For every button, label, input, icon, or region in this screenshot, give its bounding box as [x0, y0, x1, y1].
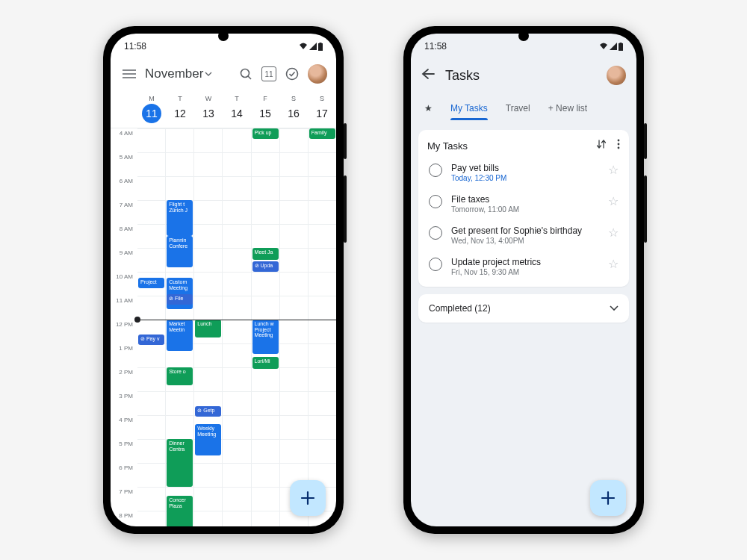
day-number: 16 — [284, 104, 303, 123]
calendar-event[interactable]: Meet Ja — [252, 248, 279, 260]
now-indicator — [137, 320, 336, 320]
star-icon[interactable]: ☆ — [608, 194, 619, 208]
task-title: File taxes — [451, 194, 599, 205]
day-column[interactable]: T12 — [166, 92, 194, 128]
star-icon[interactable]: ☆ — [608, 163, 619, 177]
calendar-event[interactable]: Store o — [167, 367, 193, 385]
grid-col — [222, 128, 250, 526]
task-checkbox[interactable] — [429, 195, 442, 208]
calendar-event[interactable]: Flight t Zürich J — [167, 200, 193, 236]
svg-point-8 — [618, 147, 620, 149]
day-column[interactable]: T14 — [223, 92, 251, 128]
task-title: Get present for Sophie's birthday — [451, 225, 599, 236]
calendar-event[interactable]: ⊘ Pay v — [138, 335, 164, 345]
svg-point-6 — [618, 140, 620, 142]
star-icon[interactable]: ☆ — [608, 225, 619, 240]
hour-label: 3 PM — [111, 393, 137, 417]
menu-icon[interactable] — [121, 66, 137, 82]
day-column[interactable]: W13 — [194, 92, 223, 128]
dow-label: T — [235, 95, 239, 102]
task-item[interactable]: File taxesTomorrow, 11:00 AM☆ — [427, 188, 620, 220]
tab-my-tasks[interactable]: My Tasks — [450, 97, 488, 119]
wifi-icon — [299, 43, 308, 50]
day-number: 14 — [227, 104, 247, 123]
calendar-event[interactable]: Plannin Confere — [167, 236, 193, 267]
avatar[interactable] — [607, 66, 626, 85]
status-icons — [299, 43, 323, 51]
battery-icon — [318, 43, 323, 51]
grid-col: Flight t Zürich JPlannin ConfereCustom M… — [165, 128, 193, 526]
hour-label: 5 PM — [111, 441, 137, 464]
chevron-down-icon — [610, 305, 619, 311]
grid-col: Lunch⊘ GetpWeekly Meeting — [193, 128, 222, 526]
tasks-title: Tasks — [445, 68, 596, 84]
back-button[interactable] — [421, 68, 435, 83]
task-checkbox[interactable] — [429, 226, 442, 240]
completed-section[interactable]: Completed (12) — [418, 294, 629, 323]
dow-label: M — [149, 95, 155, 102]
task-subtitle: Fri, Nov 15, 9:30 AM — [451, 268, 599, 276]
hour-label: 9 AM — [111, 249, 137, 273]
tab-new-list[interactable]: + New list — [548, 97, 587, 119]
fab-add-button[interactable] — [590, 480, 626, 516]
day-number: 12 — [170, 104, 190, 123]
chevron-down-icon — [205, 72, 212, 76]
now-indicator-dot — [134, 317, 140, 323]
hour-label: 1 PM — [111, 345, 137, 369]
task-checkbox[interactable] — [429, 258, 442, 271]
calendar-event[interactable]: Lunch — [195, 320, 221, 337]
svg-rect-4 — [619, 43, 623, 51]
grid-col: Pick upMeet Ja⊘ UpdaLunch w Project Meet… — [251, 128, 279, 526]
hour-label: 8 PM — [111, 512, 137, 526]
fab-add-button[interactable] — [290, 480, 326, 516]
calendar-event[interactable]: ⊘ Getp — [195, 406, 221, 417]
tasks-list-card: My Tasks Pay vet billsToday, 12:30 PM☆Fi… — [418, 130, 629, 287]
task-checkbox[interactable] — [429, 164, 442, 177]
calendar-event[interactable]: Pick up — [252, 128, 279, 139]
dow-label: S — [320, 95, 324, 102]
hour-label: 8 AM — [111, 225, 137, 249]
calendar-event[interactable]: Lori/Mi — [252, 357, 279, 369]
svg-rect-5 — [620, 43, 622, 44]
day-number: 13 — [199, 104, 218, 123]
star-tab[interactable]: ★ — [424, 103, 433, 113]
month-dropdown[interactable]: November — [145, 66, 230, 81]
day-number: 11 — [142, 104, 161, 123]
calendar-event[interactable]: ⊘ Upda — [252, 261, 279, 272]
star-icon[interactable]: ☆ — [608, 257, 619, 271]
hour-label: 2 PM — [111, 369, 137, 393]
calendar-event[interactable]: Dinner Centra — [167, 439, 193, 487]
task-subtitle: Tomorrow, 11:00 AM — [451, 205, 599, 214]
task-item[interactable]: Pay vet billsToday, 12:30 PM☆ — [427, 157, 620, 188]
dow-label: W — [205, 95, 212, 102]
calendar-event[interactable]: Lunch w Project Meeting — [252, 320, 279, 354]
day-column[interactable]: F15 — [251, 92, 279, 128]
calendar-event[interactable]: Family — [309, 128, 335, 139]
today-button[interactable]: 11 — [261, 66, 276, 81]
tasks-header: Tasks — [411, 56, 636, 95]
hour-label: 4 AM — [111, 130, 137, 154]
day-column[interactable]: S16 — [279, 92, 308, 128]
avatar[interactable] — [308, 64, 327, 84]
day-number: 15 — [255, 104, 275, 123]
more-icon[interactable] — [617, 139, 620, 152]
tab-travel[interactable]: Travel — [506, 97, 530, 119]
calendar-event[interactable]: Market Meetin — [167, 320, 193, 351]
plus-icon — [600, 490, 616, 506]
calendar-event[interactable]: Concer Plaza — [167, 496, 193, 526]
dow-label: T — [178, 95, 182, 102]
calendar-event[interactable]: Weekly Meeting — [195, 424, 221, 455]
calendar-event[interactable]: Project — [138, 278, 164, 288]
svg-point-7 — [618, 143, 620, 146]
tasks-toggle-icon[interactable] — [284, 66, 300, 82]
task-title: Pay vet bills — [451, 163, 599, 173]
task-item[interactable]: Update project metricsFri, Nov 15, 9:30 … — [427, 251, 620, 282]
day-column[interactable]: S17 — [308, 92, 336, 128]
task-item[interactable]: Get present for Sophie's birthdayWed, No… — [427, 220, 620, 251]
phone-tasks: 11:58 Tasks ★ My Tasks Travel + New list… — [403, 26, 644, 534]
sort-icon[interactable] — [596, 139, 607, 152]
day-column[interactable]: M11 — [137, 92, 166, 128]
search-icon[interactable] — [238, 66, 254, 82]
calendar-event[interactable]: ⊘ File — [167, 294, 193, 305]
calendar-grid[interactable]: 4 AM5 AM6 AM7 AM8 AM9 AM10 AM11 AM12 PM1… — [111, 128, 336, 526]
